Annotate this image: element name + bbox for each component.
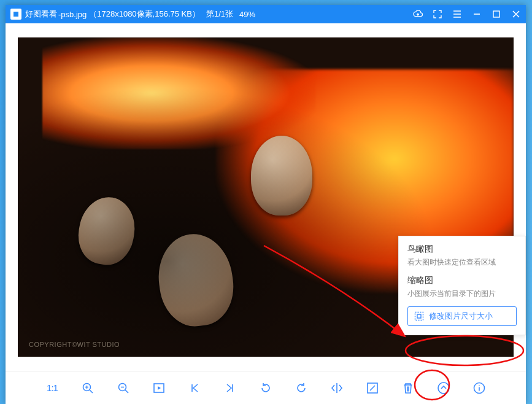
view-options-popup: 鸟瞰图 看大图时快速定位查看区域 缩略图 小图展示当前目录下的图片 修改图片尺寸…: [398, 236, 526, 335]
image-position: 第1/1张: [206, 9, 233, 20]
fullscreen-icon[interactable]: [433, 9, 442, 19]
info-button[interactable]: [471, 379, 488, 397]
next-button[interactable]: [222, 379, 239, 397]
birdseye-title: 鸟瞰图: [407, 244, 517, 255]
thumbnails-desc: 小图展示当前目录下的图片: [407, 289, 517, 299]
app-logo-icon: [10, 9, 21, 20]
titlebar: 好图看看 -psb.jpg （1728x1080像素,156.75 KB） 第1…: [6, 5, 526, 23]
menu-icon[interactable]: [452, 9, 462, 19]
image-viewport[interactable]: COPYRIGHT©WIT STUDIO 鸟瞰图 看大图时快速定位查看区域 缩略…: [6, 23, 526, 371]
flip-button[interactable]: [328, 379, 345, 397]
svg-rect-1: [415, 313, 423, 320]
image-viewer-window: 好图看看 -psb.jpg （1728x1080像素,156.75 KB） 第1…: [6, 5, 526, 404]
svg-point-6: [438, 383, 449, 394]
cloud-upload-icon[interactable]: [413, 9, 423, 19]
delete-button[interactable]: [399, 379, 417, 397]
zoom-out-button[interactable]: [115, 379, 132, 397]
bottom-toolbar: 1:1: [6, 371, 526, 404]
slideshow-button[interactable]: [150, 379, 168, 397]
close-button[interactable]: [511, 9, 521, 19]
svg-rect-0: [493, 11, 499, 17]
minimize-button[interactable]: [472, 9, 482, 19]
birdseye-desc: 看大图时快速定位查看区域: [407, 257, 517, 268]
edit-button[interactable]: [364, 379, 381, 397]
resize-image-button[interactable]: 修改图片尺寸大小: [407, 306, 517, 326]
zoom-level: 49%: [239, 10, 255, 19]
image-copyright: COPYRIGHT©WIT STUDIO: [29, 341, 120, 348]
zoom-in-button[interactable]: [79, 379, 96, 397]
app-name: 好图看看: [25, 9, 57, 20]
window-controls: [413, 9, 521, 19]
file-name: -psb.jpg: [58, 10, 87, 19]
file-dimensions: （1728x1080像素,156.75 KB）: [89, 9, 200, 20]
rotate-left-button[interactable]: [257, 379, 274, 397]
more-options-button[interactable]: [435, 379, 452, 397]
rotate-right-button[interactable]: [293, 379, 310, 397]
thumbnails-title: 缩略图: [407, 275, 517, 286]
previous-button[interactable]: [186, 379, 203, 397]
actual-size-button[interactable]: 1:1: [44, 379, 61, 397]
maximize-button[interactable]: [492, 9, 501, 19]
resize-label: 修改图片尺寸大小: [429, 311, 493, 322]
